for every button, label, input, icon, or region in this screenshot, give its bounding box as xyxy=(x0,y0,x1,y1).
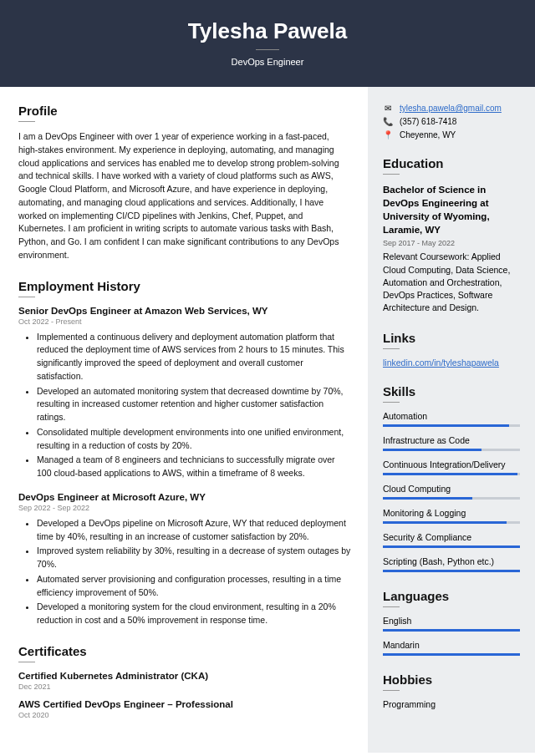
profile-text: I am a DevOps Engineer with over 1 year … xyxy=(18,130,351,262)
skill-bar xyxy=(383,545,520,548)
language-bar xyxy=(383,653,520,656)
job-bullets: Developed a DevOps pipeline on Microsoft… xyxy=(18,517,351,627)
section-underline xyxy=(383,606,400,607)
certificate-date: Oct 2020 xyxy=(18,711,351,719)
header-underline xyxy=(256,49,279,50)
language-fill xyxy=(383,629,520,632)
skill-item: Security & Compliance xyxy=(383,532,520,548)
skill-bar xyxy=(383,570,520,572)
skill-fill xyxy=(383,449,482,451)
email-icon: ✉ xyxy=(383,104,393,113)
hobbies-section: Hobbies Programming xyxy=(383,672,520,709)
languages-heading: Languages xyxy=(383,589,520,603)
sidebar: ✉ tylesha.pawela@gmail.com 📞 (357) 618-7… xyxy=(368,87,535,753)
skill-bar xyxy=(383,521,520,524)
skill-name: Monitoring & Logging xyxy=(383,508,520,518)
job-bullet: Improved system reliability by 30%, resu… xyxy=(37,545,351,571)
certificate-date: Dec 2021 xyxy=(18,682,351,691)
skill-item: Cloud Computing xyxy=(383,484,520,500)
languages-section: Languages EnglishMandarin xyxy=(383,589,520,656)
job-bullet: Managed a team of 8 engineers and techni… xyxy=(37,454,351,480)
education-dates: Sep 2017 - May 2022 xyxy=(383,239,520,247)
certificate-title: AWS Certified DevOps Engineer – Professi… xyxy=(18,699,351,709)
job-dates: Sep 2022 - Sep 2022 xyxy=(18,504,351,512)
section-underline xyxy=(383,348,400,349)
section-underline xyxy=(383,402,400,403)
language-name: English xyxy=(383,616,520,626)
content: Profile I am a DevOps Engineer with over… xyxy=(0,87,535,753)
main-column: Profile I am a DevOps Engineer with over… xyxy=(0,87,368,753)
job-dates: Oct 2022 - Present xyxy=(18,317,351,326)
skill-name: Security & Compliance xyxy=(383,532,520,542)
employment-section: Employment History Senior DevOps Enginee… xyxy=(18,279,351,627)
job-bullets: Implemented a continuous delivery and de… xyxy=(18,331,351,480)
section-underline xyxy=(383,174,400,175)
contact-location-row: 📍 Cheyenne, WY xyxy=(383,130,520,140)
skill-fill xyxy=(383,545,520,548)
skill-bar xyxy=(383,424,520,427)
job-title: Senior DevOps Engineer at Amazon Web Ser… xyxy=(18,306,351,316)
header: Tylesha Pawela DevOps Engineer xyxy=(0,0,535,87)
links-section: Links linkedin.com/in/tyleshapawela xyxy=(383,331,520,368)
link-item[interactable]: linkedin.com/in/tyleshapawela xyxy=(383,358,499,368)
skill-fill xyxy=(383,497,472,500)
skill-fill xyxy=(383,473,517,475)
phone-icon: 📞 xyxy=(383,117,393,126)
job-bullet: Developed a monitoring system for the cl… xyxy=(37,601,351,627)
contact-email-row: ✉ tylesha.pawela@gmail.com xyxy=(383,104,520,113)
section-underline xyxy=(18,121,35,122)
certificate-entry: AWS Certified DevOps Engineer – Professi… xyxy=(18,699,351,719)
certificate-title: Certified Kubernetes Administrator (CKA) xyxy=(18,671,351,681)
skill-bar xyxy=(383,497,520,500)
contact-location: Cheyenne, WY xyxy=(400,130,456,140)
skill-item: Automation xyxy=(383,411,520,427)
contact-section: ✉ tylesha.pawela@gmail.com 📞 (357) 618-7… xyxy=(383,104,520,140)
job-bullet: Consolidated multiple development enviro… xyxy=(37,426,351,453)
job-bullet: Implemented a continuous delivery and de… xyxy=(37,331,351,383)
skills-section: Skills AutomationInfrastructure as CodeC… xyxy=(383,384,520,572)
contact-email[interactable]: tylesha.pawela@gmail.com xyxy=(400,104,502,113)
skill-name: Automation xyxy=(383,411,520,421)
job-bullet: Developed a DevOps pipeline on Microsoft… xyxy=(37,517,351,544)
skill-item: Monitoring & Logging xyxy=(383,508,520,524)
certificate-entry: Certified Kubernetes Administrator (CKA)… xyxy=(18,671,351,691)
education-text: Relevant Coursework: Applied Cloud Compu… xyxy=(383,251,520,314)
person-name: Tylesha Pawela xyxy=(0,18,535,44)
section-underline xyxy=(18,297,35,297)
skill-item: Scripting (Bash, Python etc.) xyxy=(383,556,520,572)
profile-section: Profile I am a DevOps Engineer with over… xyxy=(18,104,351,262)
skill-fill xyxy=(383,424,509,427)
certificates-section: Certificates Certified Kubernetes Admini… xyxy=(18,644,351,719)
skill-bar xyxy=(383,449,520,451)
skill-fill xyxy=(383,570,520,572)
job-bullet: Developed an automated monitoring system… xyxy=(37,385,351,424)
hobbies-heading: Hobbies xyxy=(383,672,520,687)
employment-heading: Employment History xyxy=(18,279,351,293)
language-item: Mandarin xyxy=(383,640,520,656)
certificates-heading: Certificates xyxy=(18,644,351,658)
language-fill xyxy=(383,653,520,656)
profile-heading: Profile xyxy=(18,104,351,118)
hobby-item: Programming xyxy=(383,699,520,709)
job-title: DevOps Engineer at Microsoft Azure, WY xyxy=(18,492,351,502)
job-bullet: Automated server provisioning and config… xyxy=(37,573,351,600)
location-icon: 📍 xyxy=(383,130,393,140)
education-title: Bachelor of Science in DevOps Engineerin… xyxy=(383,183,520,236)
skill-bar xyxy=(383,473,520,475)
skill-item: Continuous Integration/Delivery xyxy=(383,459,520,475)
skill-fill xyxy=(383,521,507,524)
contact-phone: (357) 618-7418 xyxy=(400,117,456,126)
section-underline xyxy=(383,690,400,691)
education-heading: Education xyxy=(383,156,520,170)
skills-heading: Skills xyxy=(383,384,520,398)
links-heading: Links xyxy=(383,331,520,345)
skill-item: Infrastructure as Code xyxy=(383,435,520,451)
skill-name: Cloud Computing xyxy=(383,484,520,494)
education-section: Education Bachelor of Science in DevOps … xyxy=(383,156,520,314)
skill-name: Infrastructure as Code xyxy=(383,435,520,445)
job-entry: DevOps Engineer at Microsoft Azure, WYSe… xyxy=(18,492,351,627)
job-entry: Senior DevOps Engineer at Amazon Web Ser… xyxy=(18,306,351,480)
language-name: Mandarin xyxy=(383,640,520,650)
language-bar xyxy=(383,629,520,632)
section-underline xyxy=(18,662,35,662)
